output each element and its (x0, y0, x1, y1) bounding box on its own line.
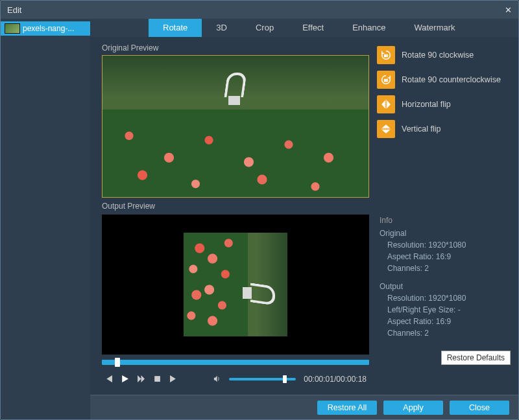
info-original-title: Original (380, 229, 511, 238)
edit-area: Original Preview Output Preview (90, 37, 518, 395)
next-frame-icon[interactable] (169, 375, 178, 384)
output-preview[interactable] (102, 215, 369, 355)
tab-3d[interactable]: 3D (202, 19, 241, 37)
volume-icon[interactable] (213, 375, 221, 384)
rotate-cw-option[interactable]: 90 Rotate 90 clockwise (377, 46, 511, 64)
close-button[interactable]: Close (450, 401, 509, 415)
tab-effect[interactable]: Effect (288, 19, 338, 37)
restore-defaults-button[interactable]: Restore Defaults (441, 351, 511, 365)
close-icon[interactable]: ✕ (505, 5, 512, 15)
edit-window: Edit ✕ pexels-nang-... Rotate 3D Crop Ef… (0, 0, 519, 420)
restore-all-button[interactable]: Restore All (317, 401, 377, 415)
original-preview-label: Original Preview (102, 43, 369, 52)
svg-rect-0 (154, 377, 160, 382)
prev-frame-icon[interactable] (104, 375, 113, 384)
seek-bar[interactable] (102, 360, 369, 365)
apply-button[interactable]: Apply (383, 401, 443, 415)
info-original-aspect: Aspect Ratio: 16:9 (387, 252, 511, 261)
sidebar: pexels-nang-... (1, 19, 90, 419)
info-panel: Info Original Resolution: 1920*1080 Aspe… (377, 216, 511, 347)
info-output-group: Output Resolution: 1920*1080 Left/Right … (377, 282, 511, 338)
rotate-cw-label: Rotate 90 clockwise (402, 51, 474, 60)
info-output-resolution: Resolution: 1920*1080 (387, 294, 511, 303)
info-output-eyesize: Left/Right Eye Size: - (387, 305, 511, 314)
info-original-resolution: Resolution: 1920*1080 (387, 240, 511, 250)
rotate-ccw-label: Rotate 90 counterclockwise (402, 75, 501, 84)
flip-h-label: Horizontal flip (402, 100, 451, 109)
info-output-aspect: Aspect Ratio: 16:9 (387, 317, 511, 326)
info-header: Info (380, 216, 511, 225)
info-original-channels: Channels: 2 (387, 264, 511, 273)
output-preview-label: Output Preview (102, 202, 369, 211)
original-preview-image (103, 56, 368, 197)
fast-forward-icon[interactable] (137, 375, 145, 384)
flip-h-icon (377, 95, 395, 113)
info-output-channels: Channels: 2 (387, 329, 511, 338)
tab-enhance[interactable]: Enhance (338, 19, 400, 37)
original-preview[interactable] (102, 55, 369, 198)
svg-text:90: 90 (384, 78, 388, 82)
rotate-ccw-icon: 90 (377, 71, 395, 89)
tab-bar: Rotate 3D Crop Effect Enhance Watermark (90, 19, 518, 37)
flip-v-option[interactable]: Vertical flip (377, 120, 511, 138)
info-original-group: Original Resolution: 1920*1080 Aspect Ra… (377, 229, 511, 273)
tab-crop[interactable]: Crop (241, 19, 288, 37)
window-title: Edit (7, 5, 21, 15)
flip-v-label: Vertical flip (402, 124, 441, 134)
stop-icon[interactable] (153, 375, 162, 384)
playback-controls: 00:00:01/00:00:18 (102, 369, 369, 390)
output-preview-image (184, 233, 287, 336)
tab-watermark[interactable]: Watermark (400, 19, 469, 37)
seek-knob[interactable] (115, 358, 120, 367)
play-icon[interactable] (121, 375, 129, 384)
sidebar-clip-item[interactable]: pexels-nang-... (1, 21, 90, 36)
main: Rotate 3D Crop Effect Enhance Watermark … (90, 19, 518, 419)
rotate-cw-icon: 90 (377, 46, 395, 64)
footer: Restore All Apply Close (90, 395, 518, 419)
right-column: 90 Rotate 90 clockwise 90 Rotate 90 coun… (373, 42, 511, 395)
tab-rotate[interactable]: Rotate (149, 19, 202, 37)
clip-thumbnail (5, 23, 20, 34)
clip-name: pexels-nang-... (23, 24, 74, 33)
info-output-title: Output (380, 282, 511, 291)
volume-slider[interactable] (229, 378, 296, 380)
flip-h-option[interactable]: Horizontal flip (377, 95, 511, 113)
preview-column: Original Preview Output Preview (102, 42, 369, 395)
rotate-ccw-option[interactable]: 90 Rotate 90 counterclockwise (377, 71, 511, 89)
body: pexels-nang-... Rotate 3D Crop Effect En… (1, 19, 518, 419)
svg-text:90: 90 (384, 54, 388, 58)
playback-time: 00:00:01/00:00:18 (304, 375, 367, 384)
flip-v-icon (377, 120, 395, 138)
titlebar: Edit ✕ (1, 1, 518, 19)
